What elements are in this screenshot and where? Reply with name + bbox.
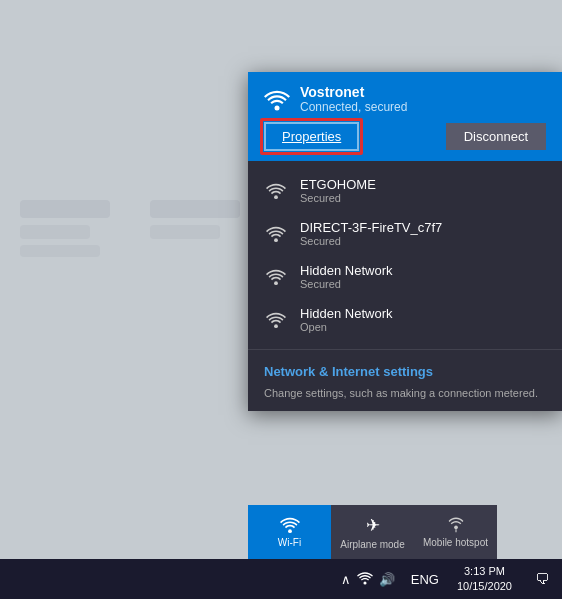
svg-point-2 <box>274 238 278 242</box>
wifi-panel: Vostronet Connected, secured Properties … <box>248 72 562 411</box>
wifi-tile-icon <box>280 516 300 535</box>
network-item-info: Hidden Network Secured <box>300 263 393 290</box>
svg-point-6 <box>454 526 458 530</box>
taskbar-time-value: 3:13 PM <box>464 564 505 579</box>
wifi-icon <box>264 266 288 287</box>
taskbar-date-value: 10/15/2020 <box>457 579 512 594</box>
network-item-security: Secured <box>300 192 376 204</box>
system-tray-expand-icon[interactable]: ∧ <box>341 572 351 587</box>
mobile-hotspot-tile[interactable]: Mobile hotspot <box>414 505 497 559</box>
wifi-tile-label: Wi-Fi <box>278 537 301 548</box>
wifi-tile[interactable]: Wi-Fi <box>248 505 331 559</box>
wifi-icon <box>264 309 288 330</box>
svg-point-5 <box>288 530 292 534</box>
connected-network-name: Vostronet <box>300 84 407 100</box>
connected-header: Vostronet Connected, secured <box>264 84 546 114</box>
network-item-info: Hidden Network Open <box>300 306 393 333</box>
notification-bell-icon: 🗨 <box>535 571 549 587</box>
network-settings-description: Change settings, such as making a connec… <box>264 387 538 399</box>
svg-point-3 <box>274 281 278 285</box>
connected-network-status: Connected, secured <box>300 100 407 114</box>
network-item[interactable]: Hidden Network Secured <box>248 255 562 298</box>
network-item-name: ETGOHOME <box>300 177 376 192</box>
taskbar-notification-icon[interactable]: 🗨 <box>522 559 562 599</box>
network-list: ETGOHOME Secured DIRECT-3F-FireTV_c7f7 S… <box>248 161 562 349</box>
svg-point-7 <box>363 581 366 584</box>
network-item-info: ETGOHOME Secured <box>300 177 376 204</box>
airplane-tile-icon: ✈ <box>366 515 380 536</box>
network-item-security: Secured <box>300 278 393 290</box>
network-settings-link[interactable]: Network & Internet settings <box>264 364 546 379</box>
taskbar-wifi-icon[interactable] <box>357 571 373 588</box>
taskbar-lang-label: ENG <box>411 572 439 587</box>
network-item-security: Secured <box>300 235 442 247</box>
network-item-name: Hidden Network <box>300 263 393 278</box>
network-item[interactable]: Hidden Network Open <box>248 298 562 341</box>
network-settings-section: Network & Internet settings Change setti… <box>248 349 562 411</box>
network-item[interactable]: DIRECT-3F-FireTV_c7f7 Secured <box>248 212 562 255</box>
properties-button[interactable]: Properties <box>264 122 359 151</box>
wifi-icon <box>264 180 288 201</box>
taskbar-clock[interactable]: 3:13 PM 10/15/2020 <box>447 564 522 595</box>
connected-actions: Properties Disconnect <box>264 122 546 151</box>
taskbar-system-icons: ∧ 🔊 <box>333 571 403 588</box>
airplane-mode-tile[interactable]: ✈ Airplane mode <box>331 505 414 559</box>
connected-network-section: Vostronet Connected, secured Properties … <box>248 72 562 161</box>
network-item-security: Open <box>300 321 393 333</box>
hotspot-tile-icon <box>446 516 466 535</box>
svg-point-0 <box>275 105 280 110</box>
svg-point-1 <box>274 195 278 199</box>
hotspot-tile-label: Mobile hotspot <box>423 537 488 548</box>
disconnect-button[interactable]: Disconnect <box>446 123 546 150</box>
quick-settings-tiles: Wi-Fi ✈ Airplane mode Mobile hotspot <box>248 505 497 559</box>
connected-info: Vostronet Connected, secured <box>300 84 407 114</box>
taskbar-volume-icon[interactable]: 🔊 <box>379 572 395 587</box>
airplane-tile-label: Airplane mode <box>340 539 404 550</box>
wifi-connected-icon <box>264 87 290 110</box>
wifi-icon <box>264 223 288 244</box>
taskbar-lang-area: ENG <box>403 572 447 587</box>
taskbar: ∧ 🔊 ENG 3:13 PM 10/15/2020 🗨 <box>0 559 562 599</box>
network-item-name: DIRECT-3F-FireTV_c7f7 <box>300 220 442 235</box>
network-item-info: DIRECT-3F-FireTV_c7f7 Secured <box>300 220 442 247</box>
svg-point-4 <box>274 324 278 328</box>
network-item-name: Hidden Network <box>300 306 393 321</box>
network-item[interactable]: ETGOHOME Secured <box>248 169 562 212</box>
taskbar-right-area: ∧ 🔊 ENG 3:13 PM 10/15/2020 🗨 <box>333 559 562 599</box>
